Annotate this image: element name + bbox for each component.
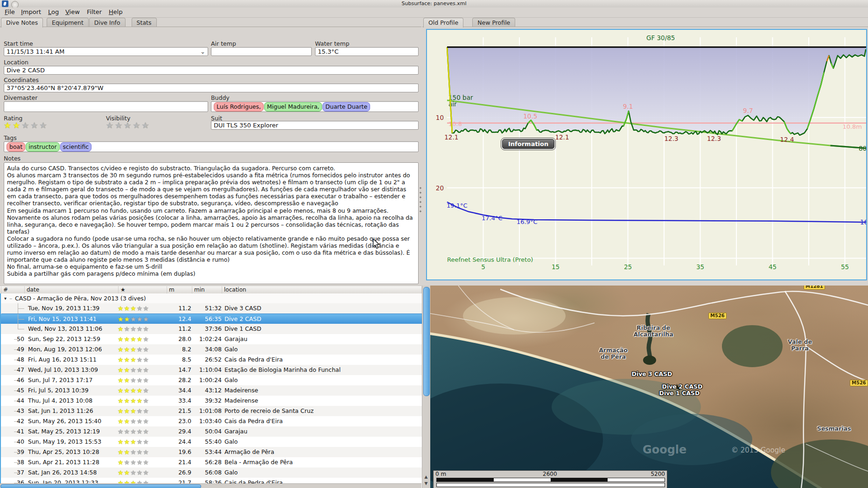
star-filled-icon[interactable]: ★ bbox=[118, 325, 124, 333]
water-temp-field[interactable]: 15.3°C bbox=[315, 47, 419, 56]
star-empty-icon[interactable]: ★ bbox=[143, 346, 149, 353]
star-empty-icon[interactable]: ★ bbox=[143, 335, 149, 343]
star-empty-icon[interactable]: ★ bbox=[137, 438, 143, 446]
dive-row[interactable]: 50Sun, Sep 22, 2013 12:59★★★★★28.01:02:2… bbox=[1, 334, 422, 344]
star-filled-icon[interactable]: ★ bbox=[124, 469, 131, 476]
star-empty-icon[interactable]: ★ bbox=[143, 459, 149, 466]
expander-arrow-icon[interactable]: ▾ bbox=[4, 293, 7, 303]
column-header-4[interactable]: min bbox=[192, 286, 205, 293]
menu-import[interactable]: Import bbox=[19, 7, 43, 17]
star-empty-icon[interactable]: ★ bbox=[130, 325, 137, 333]
star-empty-icon[interactable]: ★ bbox=[143, 469, 149, 476]
tag-chip[interactable]: instructor bbox=[26, 142, 59, 152]
star-filled-icon[interactable]: ★ bbox=[118, 397, 124, 404]
star-empty-icon[interactable]: ★ bbox=[124, 325, 131, 333]
dive-site-map[interactable]: Armação de PêraRibeira de AlcantarilhaVa… bbox=[430, 286, 868, 488]
star-empty-icon[interactable]: ★ bbox=[124, 428, 131, 435]
dive-row[interactable]: 37Sat, Jan 26, 2013 14:58★★★★★26.956:08G… bbox=[1, 467, 422, 478]
star-filled-icon[interactable]: ★ bbox=[130, 346, 137, 353]
star-empty-icon[interactable]: ★ bbox=[130, 448, 137, 456]
star-empty-icon[interactable]: ★ bbox=[143, 407, 149, 415]
star-empty-icon[interactable]: ★ bbox=[130, 315, 137, 323]
dive-row[interactable]: Wed, Nov 13, 2013 11:06★★★★★11.237:36Div… bbox=[1, 324, 422, 334]
star-filled-icon[interactable]: ★ bbox=[118, 387, 124, 394]
dive-row[interactable]: 41Sat, May 25, 2013 12:19★★★★★29.450:04G… bbox=[1, 426, 422, 437]
star-empty-icon[interactable]: ★ bbox=[130, 418, 137, 425]
star-filled-icon[interactable]: ★ bbox=[118, 438, 124, 446]
star-empty-icon[interactable]: ★ bbox=[137, 418, 143, 425]
scroll-down-icon[interactable]: ▼ bbox=[423, 481, 429, 486]
dive-trip-group-row[interactable]: ▾–CASD - Armação de Pêra, Nov 2013 (3 di… bbox=[1, 293, 422, 303]
dive-row[interactable]: 46Sun, Jul 7, 2013 17:17★★★★★28.21:00:24… bbox=[1, 375, 422, 385]
buddy-chip[interactable]: Luís Rodrigues, bbox=[214, 102, 264, 112]
suit-field[interactable]: DUI TLS 350 Explorer bbox=[211, 121, 419, 130]
star-empty-icon[interactable]: ★ bbox=[143, 428, 149, 435]
star-filled-icon[interactable]: ★ bbox=[130, 305, 137, 312]
dive-row-selected[interactable]: Fri, Nov 15, 2013 11:41★★★★★12.456:35Div… bbox=[1, 314, 422, 325]
star-filled-icon[interactable]: ★ bbox=[118, 459, 124, 466]
star-empty-icon[interactable]: ★ bbox=[137, 325, 143, 333]
road-badge-m1281[interactable]: M1281 bbox=[804, 286, 825, 290]
menu-view[interactable]: View bbox=[63, 7, 82, 17]
star-empty-icon[interactable]: ★ bbox=[137, 315, 143, 323]
star-empty-icon[interactable]: ★ bbox=[143, 397, 149, 404]
star-filled-icon[interactable]: ★ bbox=[130, 397, 137, 404]
star-empty-icon[interactable]: ★ bbox=[137, 305, 143, 312]
star-empty-icon[interactable]: ★ bbox=[143, 376, 149, 384]
dive-row[interactable]: Tue, Nov 19, 2013 11:39★★★★★11.251:32Div… bbox=[1, 303, 422, 314]
air-temp-field[interactable] bbox=[211, 47, 312, 56]
star-empty-icon[interactable]: ★ bbox=[118, 428, 124, 435]
road-badge-m526a[interactable]: M526 bbox=[708, 313, 727, 319]
column-header-1[interactable]: date bbox=[24, 286, 39, 293]
star-empty-icon[interactable]: ★ bbox=[137, 366, 143, 374]
star-empty-icon[interactable]: ★ bbox=[115, 120, 124, 130]
star-filled-icon[interactable]: ★ bbox=[124, 448, 131, 456]
dive-list-vertical-scrollbar[interactable]: ▲ ▼ bbox=[422, 286, 430, 488]
dive-row[interactable]: 38Sun, Apr 21, 2013 11:28★★★★★21.456:28B… bbox=[1, 457, 422, 467]
star-filled-icon[interactable]: ★ bbox=[124, 305, 131, 312]
star-empty-icon[interactable]: ★ bbox=[143, 448, 149, 456]
tab-new-profile[interactable]: New Profile bbox=[472, 18, 515, 27]
star-empty-icon[interactable]: ★ bbox=[137, 356, 143, 363]
star-empty-icon[interactable]: ★ bbox=[40, 120, 49, 130]
tab-equipment[interactable]: Equipment bbox=[47, 18, 89, 27]
tab-stats[interactable]: Stats bbox=[132, 18, 157, 27]
star-filled-icon[interactable]: ★ bbox=[124, 346, 131, 353]
dive-row[interactable]: 47Wed, Jul 10, 2013 13:09★★★★★14.71:10:0… bbox=[1, 365, 422, 375]
star-filled-icon[interactable]: ★ bbox=[130, 387, 137, 394]
star-filled-icon[interactable]: ★ bbox=[118, 407, 124, 415]
tag-chip[interactable]: boat bbox=[7, 142, 25, 152]
information-button[interactable]: Information bbox=[502, 139, 554, 149]
dive-row[interactable]: 48Fri, Aug 16, 2013 15:11★★★★★8.526:52Ca… bbox=[1, 355, 422, 365]
star-filled-icon[interactable]: ★ bbox=[124, 438, 131, 446]
dive-row[interactable]: 39Thu, Apr 25, 2013 10:28★★★★★19.653:44A… bbox=[1, 447, 422, 457]
tab-old-profile[interactable]: Old Profile bbox=[423, 18, 463, 28]
star-empty-icon[interactable]: ★ bbox=[137, 459, 143, 466]
star-filled-icon[interactable]: ★ bbox=[137, 335, 143, 343]
column-header-3[interactable]: m bbox=[167, 286, 175, 293]
star-filled-icon[interactable]: ★ bbox=[118, 376, 124, 384]
dive-row[interactable]: 40Sun, May 19, 2013 15:53★★★★★24.455:40G… bbox=[1, 437, 422, 447]
star-empty-icon[interactable]: ★ bbox=[137, 469, 143, 476]
tag-chip[interactable]: scientific bbox=[60, 142, 92, 152]
column-header-5[interactable]: location bbox=[222, 286, 246, 293]
star-filled-icon[interactable]: ★ bbox=[130, 407, 137, 415]
tab-dive-info[interactable]: Dive Info bbox=[89, 18, 126, 27]
star-filled-icon[interactable]: ★ bbox=[124, 418, 131, 425]
scroll-up-icon[interactable]: ▲ bbox=[423, 474, 429, 480]
star-empty-icon[interactable]: ★ bbox=[137, 407, 143, 415]
star-empty-icon[interactable]: ★ bbox=[130, 376, 137, 384]
star-filled-icon[interactable]: ★ bbox=[118, 448, 124, 456]
star-empty-icon[interactable]: ★ bbox=[137, 428, 143, 435]
star-empty-icon[interactable]: ★ bbox=[133, 120, 141, 130]
dive-list-horizontal-scrollbar[interactable] bbox=[0, 483, 421, 488]
star-empty-icon[interactable]: ★ bbox=[143, 366, 149, 374]
column-header-0[interactable]: # bbox=[1, 286, 8, 293]
chevron-down-icon[interactable]: ⌄ bbox=[200, 48, 205, 55]
location-field[interactable]: Dive 2 CASD bbox=[4, 66, 419, 75]
star-empty-icon[interactable]: ★ bbox=[130, 469, 137, 476]
star-filled-icon[interactable]: ★ bbox=[124, 356, 131, 363]
star-filled-icon[interactable]: ★ bbox=[124, 366, 131, 374]
star-empty-icon[interactable]: ★ bbox=[106, 120, 115, 130]
dive-row[interactable]: 44Thu, Jul 4, 2013 10:08★★★★★33.439:32Ma… bbox=[1, 396, 422, 406]
